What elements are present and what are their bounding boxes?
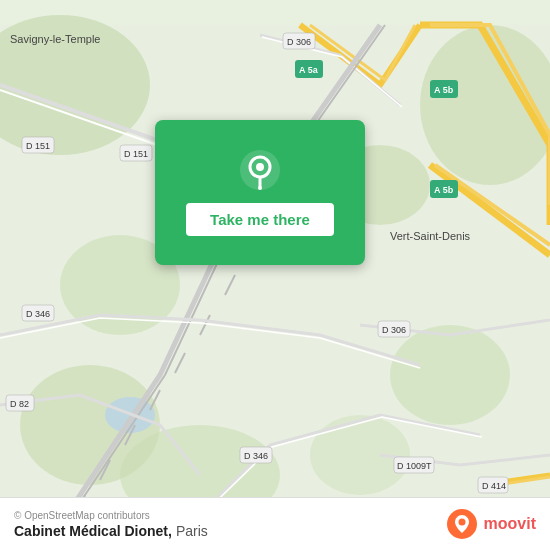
location-pin-icon <box>239 149 281 191</box>
svg-text:A 5a: A 5a <box>299 65 319 75</box>
map-background: Savigny-le-Temple D 151 D 151 D 306 A 5a… <box>0 0 550 550</box>
svg-text:D 414: D 414 <box>482 481 506 491</box>
svg-text:A 5b: A 5b <box>434 185 454 195</box>
map-container: Savigny-le-Temple D 151 D 151 D 306 A 5a… <box>0 0 550 550</box>
svg-point-48 <box>458 519 465 526</box>
svg-text:D 306: D 306 <box>382 325 406 335</box>
action-card[interactable]: Take me there <box>155 120 365 265</box>
svg-text:D 1009T: D 1009T <box>397 461 432 471</box>
svg-text:D 346: D 346 <box>244 451 268 461</box>
osm-attribution: © OpenStreetMap contributors <box>14 510 208 521</box>
svg-point-46 <box>258 186 262 190</box>
bottom-bar: © OpenStreetMap contributors Cabinet Méd… <box>0 497 550 550</box>
moovit-logo: moovit <box>446 508 536 540</box>
svg-point-45 <box>256 163 264 171</box>
svg-point-8 <box>310 415 410 495</box>
moovit-text: moovit <box>484 515 536 533</box>
take-me-there-button[interactable]: Take me there <box>186 203 334 236</box>
svg-text:A 5b: A 5b <box>434 85 454 95</box>
svg-text:Vert-Saint-Denis: Vert-Saint-Denis <box>390 230 471 242</box>
svg-text:D 306: D 306 <box>287 37 311 47</box>
place-name: Cabinet Médical Dionet, <box>14 523 172 539</box>
svg-text:D 151: D 151 <box>26 141 50 151</box>
svg-text:D 151: D 151 <box>124 149 148 159</box>
svg-text:Savigny-le-Temple: Savigny-le-Temple <box>10 33 100 45</box>
svg-text:D 82: D 82 <box>10 399 29 409</box>
svg-point-7 <box>390 325 510 425</box>
moovit-icon <box>446 508 478 540</box>
svg-text:D 346: D 346 <box>26 309 50 319</box>
place-city: Paris <box>176 523 208 539</box>
place-info: © OpenStreetMap contributors Cabinet Méd… <box>14 510 208 539</box>
